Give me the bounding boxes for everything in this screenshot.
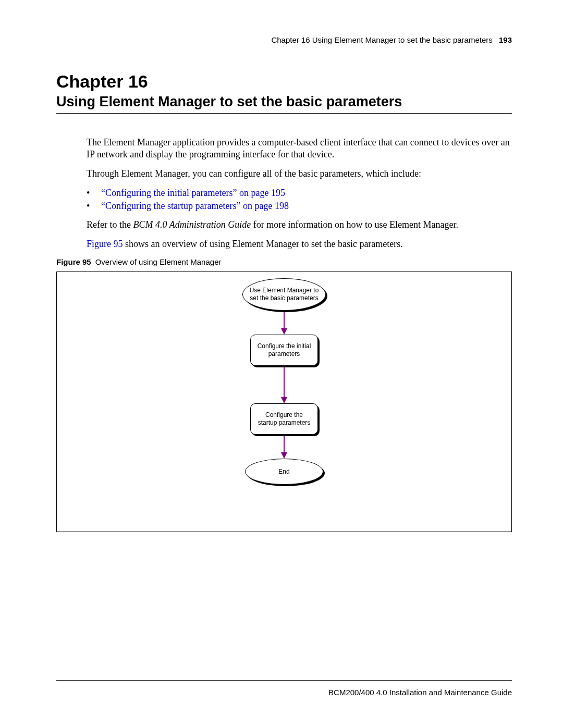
bullet-list: • “Configuring the initial parameters” o…: [87, 188, 512, 212]
list-item: • “Configuring the startup parameters” o…: [87, 201, 512, 212]
page-header: Chapter 16 Using Element Manager to set …: [56, 35, 512, 44]
text: Refer to the: [87, 219, 133, 230]
flow-node-end: End: [245, 459, 323, 485]
paragraph-figure-ref: Figure 95 shows an overview of using Ele…: [87, 238, 512, 250]
list-item: • “Configuring the initial parameters” o…: [87, 188, 512, 199]
bullet-dot: •: [87, 201, 101, 212]
book-title-italic: BCM 4.0 Administration Guide: [133, 219, 251, 230]
flow-node-step1-label: Configure the initial parameters: [250, 335, 318, 366]
page-footer: BCM200/400 4.0 Installation and Maintena…: [56, 680, 512, 697]
flow-node-step1: Configure the initial parameters: [250, 335, 318, 366]
text: for more information on how to use Eleme…: [251, 219, 458, 230]
flow-node-start: Use Element Manager to set the basic par…: [242, 278, 326, 311]
header-page-number: 193: [499, 35, 512, 44]
figure-caption-text: Overview of using Element Manager: [95, 257, 222, 266]
figure-caption: Figure 95Overview of using Element Manag…: [56, 257, 512, 266]
link-configure-initial[interactable]: “Configuring the initial parameters” on …: [101, 188, 285, 199]
flow-arrow-icon: [281, 366, 287, 403]
paragraph-refer: Refer to the BCM 4.0 Administration Guid…: [87, 219, 512, 231]
chapter-number: Chapter 16: [56, 70, 512, 93]
bullet-dot: •: [87, 188, 101, 199]
header-chapter-ref: Chapter 16 Using Element Manager to set …: [271, 35, 492, 44]
flow-arrow-icon: [281, 435, 287, 459]
flow-arrow-icon: [281, 311, 287, 335]
flow-node-step2-label: Configure the startup parameters: [250, 403, 318, 435]
link-configure-startup[interactable]: “Configuring the startup parameters” on …: [101, 201, 289, 212]
paragraph-intro: The Element Manager application provides…: [87, 137, 512, 161]
figure-label: Figure 95: [56, 257, 91, 266]
figure-flowchart: Use Element Manager to set the basic par…: [56, 272, 512, 532]
paragraph-lead: Through Element Manager, you can configu…: [87, 168, 512, 180]
text: shows an overview of using Element Manag…: [123, 239, 403, 249]
flow-node-step2: Configure the startup parameters: [250, 403, 318, 435]
footer-book-title: BCM200/400 4.0 Installation and Maintena…: [56, 688, 512, 697]
flow-node-end-label: End: [245, 459, 323, 485]
flow-node-start-label: Use Element Manager to set the basic par…: [242, 278, 326, 311]
link-figure-95[interactable]: Figure 95: [87, 239, 123, 249]
chapter-title: Using Element Manager to set the basic p…: [56, 94, 512, 114]
